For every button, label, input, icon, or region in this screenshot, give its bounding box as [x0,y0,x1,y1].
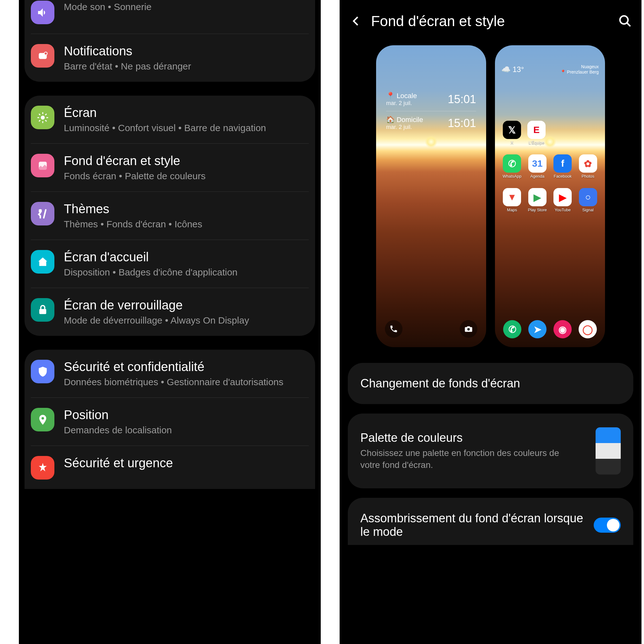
app-icon: ▶Play Store [525,188,550,212]
safety-icon [31,456,54,480]
security-title: Sécurité et confidentialité [64,360,305,374]
color-palette-option[interactable]: Palette de couleurs Choisissez une palet… [348,414,633,488]
home-title: Écran d'accueil [64,250,305,264]
notifications-subtitle: Barre d'état • Ne pas déranger [64,60,305,72]
app-icon: ◉ [553,320,572,338]
wallpaper-previews: 📍 Locale mar. 2 juil. 15:01 🏠 Domicile m… [340,39,641,363]
wallpaper-style-screen: Fond d'écran et style 📍 Locale mar. 2 ju… [340,0,641,644]
themes-icon [31,202,54,225]
app-icon: ✆WhatsApp [500,154,525,179]
security-subtitle: Données biométriques • Gestionnaire d'au… [64,376,305,388]
svg-rect-5 [39,309,46,314]
settings-row-wallpaper[interactable]: Fond d'écran et style Fonds écran • Pale… [31,143,309,192]
weather-widget: ☁️13° Nuageux 📍 Prenzlauer Berg [501,64,599,75]
lock-icon [31,298,54,322]
svg-point-6 [42,417,44,419]
change-wallpaper-button[interactable]: Changement de fonds d'écran [348,363,633,404]
app-icon: ◯ [579,320,597,338]
safety-title: Sécurité et urgence [64,456,305,470]
svg-point-1 [44,52,47,55]
cloud-icon: ☁️ [501,65,511,74]
app-icon: ○Signal [576,188,601,212]
app-icon: fFacebook [550,154,575,179]
phone-shortcut-icon [385,320,403,338]
header: Fond d'écran et style [340,0,641,39]
sound-icon [31,1,54,24]
lock-title: Écran de verrouillage [64,298,305,312]
app-icon: ✆ [503,320,521,338]
settings-group-display: Écran Luminosité • Confort visuel • Barr… [25,96,315,336]
settings-row-location[interactable]: Position Demandes de localisation [31,397,309,446]
security-icon [31,360,54,383]
app-icon: ➤ [528,320,547,338]
location-icon [31,408,54,431]
app-icon: ▶YouTube [550,188,575,212]
svg-rect-4 [39,209,42,212]
dock: ✆➤◉◯ [500,320,600,338]
app-icon: EL'Équipe [527,121,546,145]
lock-subtitle: Mode de déverrouillage • Always On Displ… [64,314,305,326]
notifications-title: Notifications [64,44,305,58]
display-subtitle: Luminosité • Confort visuel • Barre de n… [64,122,305,134]
lock-clock-widget: 📍 Locale mar. 2 juil. 15:01 🏠 Domicile m… [382,89,480,133]
pin-icon: 📍 [386,92,395,100]
location-subtitle: Demandes de localisation [64,424,305,436]
toggle-switch[interactable] [594,518,621,533]
settings-row-display[interactable]: Écran Luminosité • Confort visuel • Barr… [31,96,309,143]
location-title: Position [64,408,305,422]
settings-row-safety[interactable]: Sécurité et urgence [31,446,309,489]
settings-row-sound[interactable]: Mode son • Sonnerie [31,0,309,34]
wallpaper-title: Fond d'écran et style [64,154,305,168]
home-subtitle: Disposition • Badges d'icône d'applicati… [64,266,305,278]
settings-row-security[interactable]: Sécurité et confidentialité Données biom… [31,350,309,397]
camera-shortcut-icon [460,320,477,338]
app-icon: ✿Photos [576,154,601,179]
app-icon: ▼Maps [500,188,525,212]
wallpaper-icon [31,154,54,177]
app-icon: 31Agenda [525,154,550,179]
settings-row-home[interactable]: Écran d'accueil Disposition • Badges d'i… [31,240,309,288]
display-title: Écran [64,106,305,120]
lockscreen-preview[interactable]: 📍 Locale mar. 2 juil. 15:01 🏠 Domicile m… [376,45,486,347]
svg-point-8 [467,328,470,330]
sound-subtitle: Mode son • Sonnerie [64,1,305,13]
page-title: Fond d'écran et style [371,13,610,30]
palette-swatch-icon [596,427,621,475]
settings-screen: Mode son • Sonnerie Notifications Barre … [19,0,321,644]
themes-title: Thèmes [64,202,305,216]
settings-group-sound: Mode son • Sonnerie Notifications Barre … [25,0,315,82]
svg-point-7 [620,16,628,24]
back-icon[interactable] [349,14,363,28]
app-icon: 𝕏X [503,121,521,145]
search-icon[interactable] [618,14,632,28]
app-grid: 𝕏XEL'Équipe✆WhatsApp31AgendafFacebook✿Ph… [500,121,600,212]
homescreen-preview[interactable]: ☁️13° Nuageux 📍 Prenzlauer Berg 𝕏XEL'Équ… [495,45,605,347]
home-pin-icon: 🏠 [386,116,395,124]
sun-graphic [425,136,437,148]
home-icon [31,250,54,274]
notifications-icon [31,44,54,68]
settings-row-notifications[interactable]: Notifications Barre d'état • Ne pas déra… [31,34,309,82]
settings-row-lock[interactable]: Écran de verrouillage Mode de déverrouil… [31,288,309,336]
settings-group-security: Sécurité et confidentialité Données biom… [25,350,315,489]
wallpaper-subtitle: Fonds écran • Palette de couleurs [64,170,305,182]
themes-subtitle: Thèmes • Fonds d'écran • Icônes [64,218,305,230]
display-icon [31,106,54,129]
svg-point-2 [41,115,45,119]
darken-wallpaper-option[interactable]: Assombrissement du fond d'écran lorsque … [348,498,633,545]
settings-row-themes[interactable]: Thèmes Thèmes • Fonds d'écran • Icônes [31,192,309,240]
